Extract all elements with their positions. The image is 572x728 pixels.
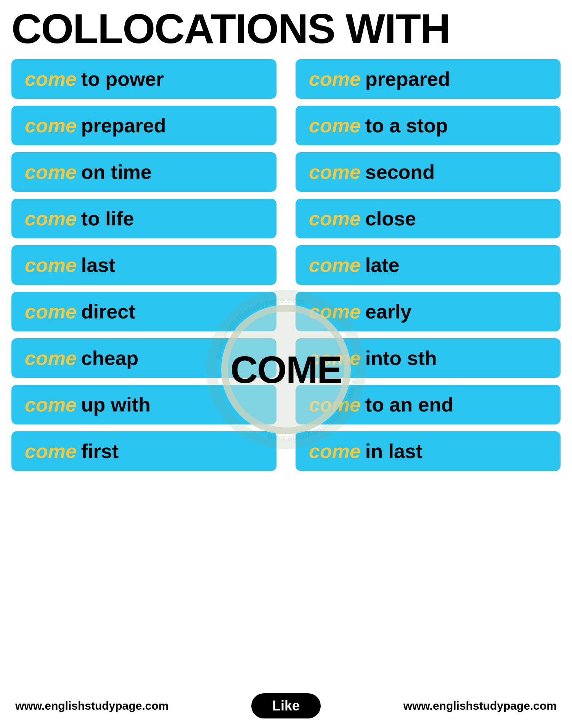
list-item: come on time [11, 152, 276, 192]
come-word: come [309, 207, 361, 230]
collocation-rest: on time [81, 161, 152, 183]
center-circle-container: COME [221, 305, 351, 434]
center-circle: COME [221, 305, 351, 434]
footer: www.englishstudypage.com Like www.englis… [11, 688, 561, 724]
come-word: come [25, 161, 77, 183]
collocation-rest: in last [365, 440, 423, 463]
collocation-rest: last [81, 254, 116, 276]
like-button[interactable]: Like [251, 693, 321, 718]
list-item: come to a stop [296, 106, 561, 145]
come-word: come [25, 440, 77, 463]
collocation-rest: prepared [81, 114, 166, 137]
collocation-rest: to power [81, 67, 164, 90]
collocation-rest: into sth [365, 347, 437, 370]
collocation-rest: to a stop [365, 114, 448, 137]
come-word: come [309, 440, 361, 463]
footer-url-left: www.englishstudypage.com [15, 699, 169, 712]
list-item: come to power [11, 59, 276, 99]
list-item: come late [296, 245, 561, 285]
come-word: come [25, 393, 77, 416]
come-word: come [309, 254, 361, 276]
collocation-rest: direct [81, 300, 135, 323]
collocation-rest: cheap [81, 347, 138, 370]
come-word: come [25, 114, 77, 137]
come-word: come [309, 114, 361, 137]
come-word: come [309, 161, 361, 183]
come-word: come [25, 347, 77, 370]
main-title: COLLOCATIONS WITH [11, 8, 561, 50]
list-item: come prepared [296, 59, 561, 99]
center-word: COME [230, 348, 342, 392]
come-word: come [25, 67, 77, 90]
list-item: come prepared [11, 106, 276, 145]
come-word: come [25, 207, 77, 230]
come-word: come [309, 67, 361, 90]
come-word: come [25, 254, 77, 276]
collocation-rest: early [365, 300, 411, 323]
footer-url-right: www.englishstudypage.com [403, 699, 557, 712]
collocation-rest: late [365, 254, 400, 276]
collocation-rest: prepared [365, 67, 450, 90]
list-item: come to life [11, 199, 276, 238]
come-word: come [25, 300, 77, 323]
list-item: come close [296, 199, 561, 238]
collocation-rest: second [365, 161, 435, 183]
page-container: COLLOCATIONS WITH www.englishstudypage.c… [0, 0, 572, 728]
collocation-rest: first [81, 440, 119, 463]
list-item: come first [11, 431, 276, 471]
list-item: come in last [296, 431, 561, 471]
list-item: come last [11, 245, 276, 285]
collocation-rest: up with [81, 393, 151, 416]
collocation-rest: to life [81, 207, 134, 230]
collocation-rest: close [365, 207, 416, 230]
collocation-rest: to an end [365, 393, 453, 416]
list-item: come second [296, 152, 561, 192]
